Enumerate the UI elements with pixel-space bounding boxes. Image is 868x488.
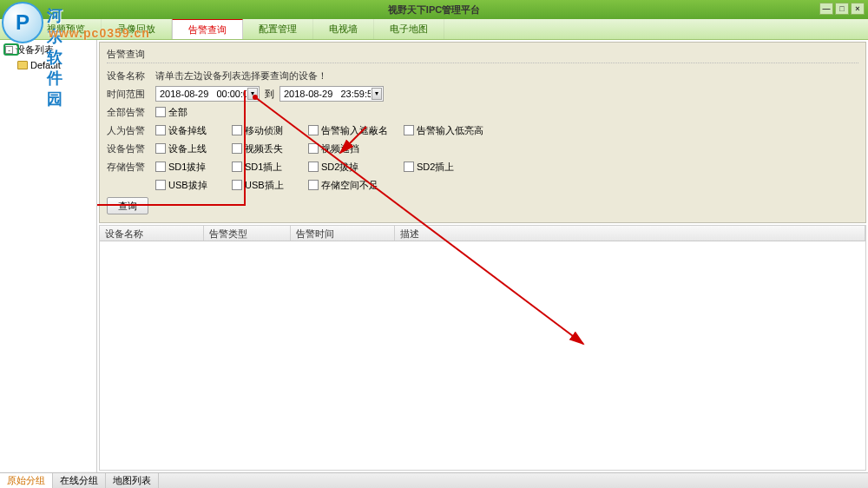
tree-collapse-icon[interactable]: - — [5, 46, 13, 54]
th-alarm-type[interactable]: 告警类型 — [204, 226, 291, 241]
menu-tab-config[interactable]: 配置管理 — [243, 19, 313, 39]
tree-root[interactable]: - 设备列表 — [2, 42, 95, 58]
filter-row-manual: 人为告警 设备掉线 移动侦测 告警输入遮蔽名 告警输入低亮高 — [107, 122, 858, 139]
filter-row-storage-2: USB拔掉 USB插上 存储空间不足 — [107, 176, 858, 194]
titlebar: 视野天下IPC管理平台 — □ × — [0, 0, 868, 19]
th-alarm-time[interactable]: 告警时间 — [291, 226, 395, 241]
main-area: - 设备列表 Default 告警查询 设备名称 请单击左边设备列表选择要查询的… — [0, 40, 868, 472]
label-manual-alarm: 人为告警 — [107, 124, 155, 137]
label-to: 到 — [265, 88, 274, 101]
label-time-range: 时间范围 — [107, 88, 155, 101]
menu-tab-tvwall[interactable]: 电视墙 — [313, 19, 374, 39]
datetime-from-input[interactable] — [155, 86, 260, 102]
filter-row-device-name: 设备名称 请单击左边设备列表选择要查询的设备！ — [107, 67, 858, 84]
label-storage-alarm: 存储告警 — [107, 161, 155, 174]
maximize-button[interactable]: □ — [835, 3, 849, 15]
checkbox-usb-removed[interactable] — [155, 180, 166, 190]
content-area: 告警查询 设备名称 请单击左边设备列表选择要查询的设备！ 时间范围 ▾ 到 ▾ … — [97, 40, 868, 472]
statusbar: 原始分组 在线分组 地图列表 — [0, 472, 868, 488]
menu-tab-playback[interactable]: 录像回放 — [102, 19, 172, 39]
label-all-alarm: 全部告警 — [107, 106, 155, 119]
close-button[interactable]: × — [851, 3, 865, 15]
checkbox-sd2-removed[interactable] — [308, 162, 319, 172]
tree-item-default[interactable]: Default — [2, 58, 95, 72]
folder-icon — [17, 61, 28, 69]
minimize-button[interactable]: — — [819, 3, 833, 15]
th-description[interactable]: 描述 — [395, 226, 865, 241]
checkbox-video-tamper[interactable] — [308, 143, 319, 154]
device-tree-sidebar: - 设备列表 Default — [0, 40, 97, 472]
menubar: 视频预览 录像回放 告警查询 配置管理 电视墙 电子地图 — [0, 19, 868, 40]
datetime-to-input[interactable] — [279, 86, 384, 102]
alarm-filter-panel: 告警查询 设备名称 请单击左边设备列表选择要查询的设备！ 时间范围 ▾ 到 ▾ … — [99, 42, 866, 223]
table-header: 设备名称 告警类型 告警时间 描述 — [100, 226, 865, 241]
filter-row-actions: 查询 — [107, 197, 858, 214]
filter-row-all: 全部告警 全部 — [107, 103, 858, 121]
menu-tab-alarm-query[interactable]: 告警查询 — [172, 19, 243, 39]
hint-device-name: 请单击左边设备列表选择要查询的设备！ — [155, 69, 327, 82]
checkbox-video-loss[interactable] — [232, 143, 242, 154]
checkbox-alarm-input-lowbright[interactable] — [404, 125, 414, 135]
status-tab-online-group[interactable]: 在线分组 — [53, 473, 106, 488]
status-tab-original-group[interactable]: 原始分组 — [0, 473, 53, 488]
checkbox-device-online[interactable] — [155, 143, 166, 154]
checkbox-storage-low[interactable] — [308, 180, 319, 190]
chevron-down-icon[interactable]: ▾ — [372, 88, 382, 100]
app-title: 视野天下IPC管理平台 — [388, 3, 480, 16]
results-table: 设备名称 告警类型 告警时间 描述 — [99, 225, 866, 471]
checkbox-alarm-input-cover[interactable] — [308, 125, 319, 135]
filter-row-storage-1: 存储告警 SD1拔掉 SD1插上 SD2拔掉 SD2插上 — [107, 158, 858, 175]
status-tab-map-list[interactable]: 地图列表 — [106, 473, 159, 488]
filter-panel-title: 告警查询 — [107, 48, 858, 63]
tree-root-label: 设备列表 — [16, 43, 54, 56]
menu-tab-preview[interactable]: 视频预览 — [0, 19, 102, 39]
menu-tab-emap[interactable]: 电子地图 — [374, 19, 444, 39]
checkbox-sd1-removed[interactable] — [155, 162, 166, 172]
filter-row-time-range: 时间范围 ▾ 到 ▾ — [107, 85, 858, 102]
window-controls: — □ × — [819, 3, 865, 15]
label-device-name: 设备名称 — [107, 69, 155, 82]
label-device-alarm: 设备告警 — [107, 142, 155, 155]
checkbox-all[interactable] — [155, 107, 166, 117]
checkbox-device-offline[interactable] — [155, 125, 166, 135]
checkbox-sd1-inserted[interactable] — [232, 162, 242, 172]
query-button[interactable]: 查询 — [107, 197, 148, 214]
checkbox-motion-detect[interactable] — [232, 125, 242, 135]
checkbox-usb-inserted[interactable] — [232, 180, 242, 190]
filter-row-device: 设备告警 设备上线 视频丢失 视频遮挡 — [107, 140, 858, 157]
chevron-down-icon[interactable]: ▾ — [247, 88, 258, 100]
tree-item-label: Default — [30, 60, 61, 70]
th-device-name[interactable]: 设备名称 — [100, 226, 204, 241]
checkbox-sd2-inserted[interactable] — [404, 162, 414, 172]
